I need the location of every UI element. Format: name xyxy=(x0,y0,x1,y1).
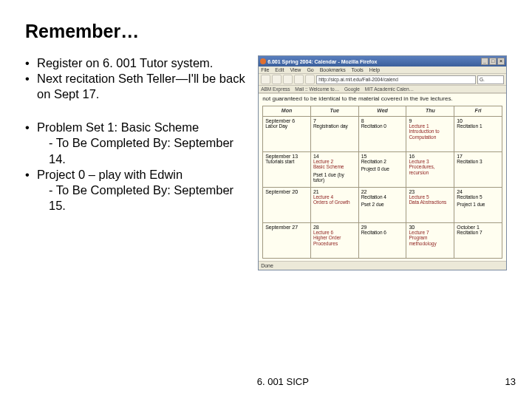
firefox-icon xyxy=(260,58,266,64)
page-content: not guaranteed to be identical to the ma… xyxy=(259,93,506,261)
bullet-item: Problem Set 1: Basic Scheme xyxy=(25,120,252,135)
bookmark-link[interactable]: Google xyxy=(344,86,360,92)
bullet-subitem: - To Be Completed By: September 15. xyxy=(25,183,252,214)
minimize-button[interactable]: _ xyxy=(481,58,488,65)
menu-help[interactable]: Help xyxy=(369,67,380,72)
url-input[interactable]: http://sicp.ai.mit.edu/Fall-2004/calend xyxy=(316,75,476,84)
calendar-cell: 8Recitation 0 xyxy=(358,116,406,151)
col-header: Wed xyxy=(358,106,406,116)
bullet-item: Register on 6. 001 Tutor system. xyxy=(25,55,252,71)
bullet-item: Next recitation Seth Teller—I'll be back… xyxy=(25,71,252,102)
bullet-subitem: - To Be Completed By: September 14. xyxy=(25,135,252,166)
calendar-cell: September 6Labor Day xyxy=(263,116,311,151)
status-text: Done xyxy=(261,263,273,268)
calendar-cell: 23Lecture 5Data Abstractions xyxy=(406,187,454,222)
maximize-button[interactable]: □ xyxy=(489,58,497,65)
search-input[interactable]: G. xyxy=(477,75,504,84)
calendar-cell: 24Recitation 5Project 1 due xyxy=(454,187,502,222)
bookmark-link[interactable]: ABM Express xyxy=(261,86,290,92)
calendar-cell: 9Lecture 1Introduction to Computation xyxy=(406,116,454,151)
calendar-cell: September 27 xyxy=(263,222,311,258)
calendar-cell: 21Lecture 4Orders of Growth xyxy=(310,187,358,222)
slide-footer: 6. 001 SICP 13 xyxy=(0,376,532,387)
bullet-list: Register on 6. 001 Tutor system. Next re… xyxy=(25,55,252,270)
calendar-cell: October 1Recitation 7 xyxy=(454,222,502,258)
reload-button[interactable] xyxy=(283,75,293,84)
nav-toolbar: http://sicp.ai.mit.edu/Fall-2004/calend … xyxy=(259,74,506,86)
warning-text: not guaranteed to be identical to the ma… xyxy=(262,96,502,103)
close-button[interactable]: × xyxy=(497,58,505,65)
menu-file[interactable]: File xyxy=(261,67,269,72)
menu-tools[interactable]: Tools xyxy=(352,67,364,72)
col-header: Thu xyxy=(406,106,454,116)
calendar-cell: 17Recitation 3 xyxy=(454,151,502,187)
browser-window: 6.001 Spring 2004: Calendar - Mozilla Fi… xyxy=(258,55,507,270)
menu-view[interactable]: View xyxy=(290,67,301,72)
stop-button[interactable] xyxy=(294,75,304,84)
col-header: Tue xyxy=(310,106,358,116)
col-header: Fri xyxy=(454,106,502,116)
calendar-table: Mon Tue Wed Thu Fri September 6Labor Day… xyxy=(262,106,502,259)
bookmarks-toolbar: ABM Express Mail :: Welcome to… Google M… xyxy=(259,86,506,93)
calendar-cell: 14Lecture 2Basic SchemePset 1 due (by tu… xyxy=(310,151,358,187)
col-header: Mon xyxy=(263,106,311,116)
calendar-cell: September 20 xyxy=(263,187,311,222)
calendar-cell: 16Lecture 3Procedures, recursion xyxy=(406,151,454,187)
page-number: 13 xyxy=(505,376,516,387)
window-titlebar: 6.001 Spring 2004: Calendar - Mozilla Fi… xyxy=(259,56,506,66)
calendar-cell: 10Recitation 1 xyxy=(454,116,502,151)
menu-bookmarks[interactable]: Bookmarks xyxy=(320,67,346,72)
menu-go[interactable]: Go xyxy=(307,67,313,72)
calendar-cell: 15Recitation 2Project 0 due xyxy=(358,151,406,187)
calendar-cell: 22Recitation 4Pset 2 due xyxy=(358,187,406,222)
calendar-cell: 28Lecture 6Higher Order Procedures xyxy=(310,222,358,258)
bookmark-link[interactable]: MIT Academic Calen… xyxy=(365,86,414,92)
forward-button[interactable] xyxy=(272,75,282,84)
bullet-item: Project 0 – play with Edwin xyxy=(25,167,252,183)
calendar-cell: 30Lecture 7Program methodology xyxy=(406,222,454,258)
menu-bar: File Edit View Go Bookmarks Tools Help xyxy=(259,66,506,74)
home-button[interactable] xyxy=(305,75,315,84)
menu-edit[interactable]: Edit xyxy=(275,67,284,72)
bookmark-link[interactable]: Mail :: Welcome to… xyxy=(295,86,339,92)
status-bar: Done xyxy=(259,261,506,270)
back-button[interactable] xyxy=(261,75,270,84)
slide-title: Remember… xyxy=(25,21,507,42)
calendar-cell: September 13Tutorials start xyxy=(263,151,311,187)
window-title: 6.001 Spring 2004: Calendar - Mozilla Fi… xyxy=(267,59,377,64)
calendar-cell: 29Recitation 6 xyxy=(358,222,406,258)
footer-center: 6. 001 SICP xyxy=(61,376,505,387)
calendar-cell: 7Registration day xyxy=(310,116,358,151)
